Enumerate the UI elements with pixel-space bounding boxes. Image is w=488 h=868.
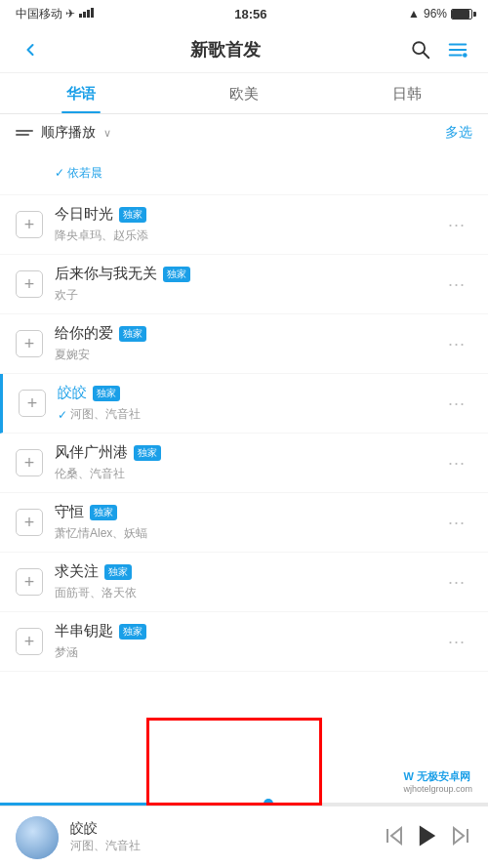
song-title-row: 给你的爱 独家 (55, 324, 441, 343)
prev-song-info: ✓ 依若晨 (55, 165, 472, 182)
multi-select-button[interactable]: 多选 (445, 124, 472, 142)
prev-artist: ✓ 依若晨 (55, 165, 472, 182)
song-artist: ✓ 河图、汽音社 (58, 406, 441, 423)
verified-icon: ✓ (58, 408, 67, 422)
add-song-button[interactable]: + (16, 449, 43, 476)
player-title: 皎皎 (70, 820, 371, 838)
exclusive-badge: 独家 (90, 505, 117, 520)
song-more-button[interactable]: ··· (441, 447, 472, 478)
player-controls (383, 822, 472, 853)
song-title: 今日时光 (55, 205, 113, 224)
exclusive-badge: 独家 (134, 445, 161, 461)
list-item: + 皎皎 独家 ✓ 河图、汽音社 ··· (0, 374, 488, 434)
list-item: + 求关注 独家 面筋哥、洛天依 ··· (0, 553, 488, 612)
page-title: 新歌首发 (45, 38, 406, 62)
search-button[interactable] (406, 35, 435, 64)
add-song-button[interactable]: + (16, 211, 43, 238)
tab-japanese[interactable]: 日韩 (325, 73, 488, 113)
song-more-button[interactable]: ··· (441, 269, 472, 300)
carrier-signal: 中国移动 ✈ (16, 6, 94, 22)
song-title-row: 今日时光 独家 (55, 205, 441, 224)
song-title-row: 风伴广州港 独家 (55, 443, 441, 462)
song-title: 半串钥匙 (55, 622, 113, 641)
menu-button[interactable] (443, 35, 472, 64)
player-info: 皎皎 河图、汽音社 (70, 820, 371, 854)
sort-icon (16, 130, 33, 136)
exclusive-badge: 独家 (119, 624, 146, 640)
song-more-button[interactable]: ··· (441, 209, 472, 240)
list-item: + 风伴广州港 独家 伦桑、汽音社 ··· (0, 434, 488, 493)
add-song-button[interactable]: + (16, 270, 43, 298)
song-title: 给你的爱 (55, 324, 113, 343)
exclusive-badge: 独家 (119, 207, 146, 223)
exclusive-badge: 独家 (163, 267, 190, 282)
watermark: W 无极安卓网 wjhotelgroup.com (395, 765, 480, 798)
song-title-row: 后来你与我无关 独家 (55, 265, 441, 283)
tab-western[interactable]: 欧美 (163, 73, 326, 113)
next-track-button[interactable] (449, 824, 472, 851)
song-artist: 面筋哥、洛天依 (55, 585, 441, 601)
prev-track-button[interactable] (383, 824, 406, 851)
svg-point-5 (463, 53, 468, 58)
exclusive-badge: 独家 (104, 564, 132, 580)
list-item: + 守恒 独家 萧忆情Alex、妖蝠 ··· (0, 493, 488, 553)
song-artist: 降央卓玛、赵乐添 (55, 227, 441, 244)
song-artist: 夏婉安 (55, 347, 441, 363)
song-info: 皎皎 独家 ✓ 河图、汽音社 (58, 384, 441, 423)
add-song-button[interactable]: + (16, 509, 43, 536)
song-info: 今日时光 独家 降央卓玛、赵乐添 (55, 205, 441, 244)
status-bar: 中国移动 ✈ 18:56 ▲ 96% (0, 0, 488, 27)
list-item: + 半串钥匙 独家 梦涵 ··· (0, 612, 488, 672)
song-title: 守恒 (55, 503, 84, 521)
list-item: + 给你的爱 独家 夏婉安 ··· (0, 314, 488, 374)
sort-control[interactable]: 顺序播放 ∨ (16, 124, 111, 142)
back-button[interactable] (16, 35, 45, 64)
red-border-overlay (146, 718, 322, 806)
svg-marker-8 (420, 825, 435, 846)
play-pause-button[interactable] (414, 822, 441, 853)
exclusive-badge: 独家 (93, 386, 120, 401)
svg-marker-6 (391, 828, 401, 844)
song-more-button[interactable]: ··· (441, 566, 472, 598)
verified-icon: ✓ (55, 166, 64, 180)
song-title: 求关注 (55, 562, 99, 581)
song-info: 给你的爱 独家 夏婉安 (55, 324, 441, 363)
add-song-button[interactable]: + (16, 628, 43, 655)
song-artist: 梦涵 (55, 644, 441, 661)
add-song-button[interactable]: + (16, 330, 43, 357)
song-title-row: 半串钥匙 独家 (55, 622, 441, 641)
list-item: + 后来你与我无关 独家 欢子 ··· (0, 255, 488, 314)
song-more-button[interactable]: ··· (441, 507, 472, 538)
song-info: 半串钥匙 独家 梦涵 (55, 622, 441, 661)
list-item: + 今日时光 独家 降央卓玛、赵乐添 ··· (0, 195, 488, 255)
playing-prev-item: + ✓ 依若晨 (0, 151, 488, 195)
song-title-row: 守恒 独家 (55, 503, 441, 521)
song-info: 后来你与我无关 独家 欢子 (55, 265, 441, 304)
avatar (16, 816, 59, 859)
header: 新歌首发 (0, 27, 488, 73)
song-list: + 今日时光 独家 降央卓玛、赵乐添 ··· + 后来你与我无关 独家 欢子 ·… (0, 195, 488, 672)
song-artist: 欢子 (55, 287, 441, 304)
svg-line-1 (424, 53, 429, 59)
song-more-button[interactable]: ··· (441, 388, 472, 419)
exclusive-badge: 独家 (119, 326, 146, 342)
song-info: 守恒 独家 萧忆情Alex、妖蝠 (55, 503, 441, 542)
svg-marker-9 (454, 828, 464, 844)
song-title-row: 求关注 独家 (55, 562, 441, 581)
toolbar: 顺序播放 ∨ 多选 (0, 114, 488, 151)
song-title: 风伴广州港 (55, 443, 128, 462)
bottom-player[interactable]: 皎皎 河图、汽音社 (0, 806, 488, 868)
song-title: 后来你与我无关 (55, 265, 157, 283)
tab-chinese[interactable]: 华语 (0, 73, 163, 113)
song-more-button[interactable]: ··· (441, 328, 472, 359)
song-more-button[interactable]: ··· (441, 626, 472, 657)
tabs-bar: 华语 欧美 日韩 (0, 73, 488, 114)
song-info: 风伴广州港 独家 伦桑、汽音社 (55, 443, 441, 482)
song-artist: 伦桑、汽音社 (55, 466, 441, 482)
add-song-button[interactable]: + (16, 568, 43, 596)
player-subtitle: 河图、汽音社 (70, 838, 371, 854)
avatar-image (16, 816, 59, 859)
song-artist: 萧忆情Alex、妖蝠 (55, 525, 441, 542)
song-title: 皎皎 (58, 384, 87, 402)
add-song-button[interactable]: + (19, 390, 46, 417)
